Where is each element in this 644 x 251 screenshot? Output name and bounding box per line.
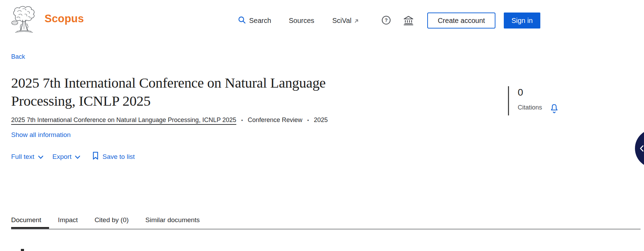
tabs-divider-line (11, 229, 641, 229)
save-to-list-label: Save to list (102, 153, 135, 161)
tab-similar-documents[interactable]: Similar documents (145, 216, 200, 229)
nav-sources-label: Sources (289, 17, 314, 25)
document-type: Conference Review (248, 116, 302, 124)
svg-text:?: ? (385, 17, 388, 23)
bookmark-icon (92, 152, 99, 162)
document-title: 2025 7th International Conference on Nat… (11, 74, 411, 110)
external-link-icon (354, 17, 359, 25)
tab-cited-by[interactable]: Cited by (0) (95, 216, 129, 229)
nav-scival-label: SciVal (332, 17, 351, 25)
full-text-dropdown[interactable]: Full text (11, 152, 43, 161)
citations-count: 0 (518, 87, 523, 98)
clipped-content-fragment (21, 249, 24, 251)
institution-button[interactable] (403, 15, 414, 27)
back-link[interactable]: Back (11, 53, 25, 60)
chevron-down-icon (75, 153, 80, 161)
tab-impact[interactable]: Impact (58, 216, 78, 229)
scopus-wordmark[interactable]: Scopus (45, 13, 84, 25)
sign-in-button[interactable]: Sign in (504, 13, 540, 29)
institution-icon (403, 15, 414, 27)
citations-divider (508, 86, 509, 115)
search-icon (238, 16, 246, 26)
citation-alert-bell-icon[interactable] (550, 104, 559, 115)
export-dropdown[interactable]: Export (53, 152, 81, 161)
help-button[interactable]: ? (381, 15, 391, 26)
nav-search-label: Search (249, 17, 271, 25)
side-panel-toggle[interactable] (635, 129, 644, 168)
nav-scival[interactable]: SciVal (332, 15, 359, 26)
chevron-down-icon (38, 153, 43, 161)
help-icon: ? (381, 15, 391, 26)
export-label: Export (53, 153, 72, 161)
source-title-link[interactable]: 2025 7th International Conference on Nat… (11, 116, 236, 124)
top-header: Scopus Search Sources SciVal (0, 0, 644, 41)
save-to-list-button[interactable]: Save to list (92, 152, 135, 162)
source-row: 2025 7th International Conference on Nat… (11, 116, 328, 124)
nav-sources[interactable]: Sources (289, 15, 314, 26)
bullet-separator: • (307, 118, 309, 123)
document-toolbar: Full text Export Save to list (11, 152, 135, 162)
bullet-separator: • (241, 118, 243, 123)
full-text-label: Full text (11, 153, 34, 161)
publication-year: 2025 (314, 116, 328, 124)
document-title-line1: 2025 7th International Conference on Nat… (11, 74, 411, 92)
document-title-line2: Processing, ICNLP 2025 (11, 92, 411, 110)
show-all-information-link[interactable]: Show all information (11, 131, 71, 139)
scopus-document-page: Scopus Search Sources SciVal (0, 0, 644, 251)
elsevier-tree-logo[interactable] (10, 6, 38, 35)
citations-label: Citations (518, 104, 542, 111)
create-account-button[interactable]: Create account (427, 13, 495, 29)
nav-search[interactable]: Search (238, 15, 271, 26)
